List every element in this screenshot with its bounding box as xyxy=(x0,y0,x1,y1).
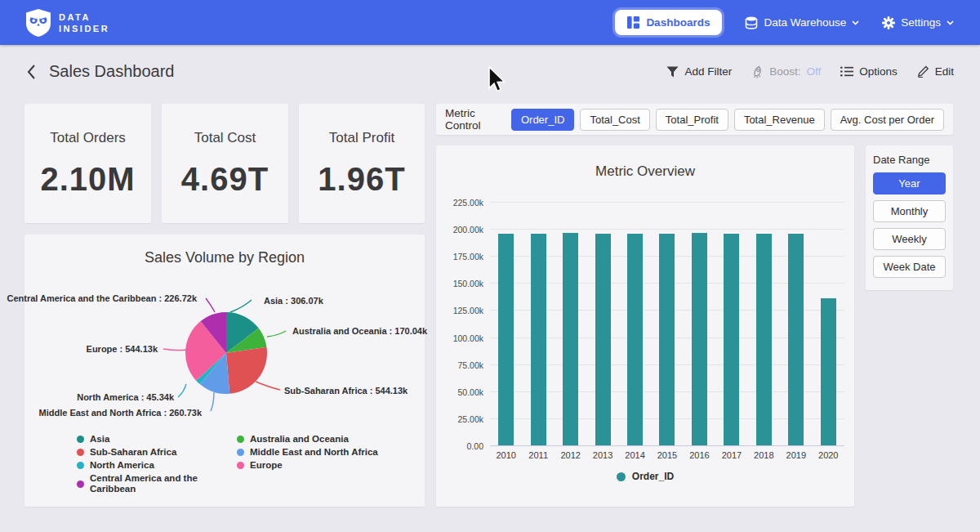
pie-leader-line xyxy=(230,300,252,312)
add-filter-button[interactable]: Add Filter xyxy=(666,65,732,78)
kpi-value: 1.96T xyxy=(318,161,405,198)
y-tick-label: 125.00k xyxy=(436,306,483,315)
x-tick-label: 2019 xyxy=(780,450,812,460)
chevron-left-icon xyxy=(26,64,36,80)
nav-data-warehouse-label: Data Warehouse xyxy=(764,16,846,29)
pie-legend-item: Central America and the Caribbean xyxy=(77,473,237,494)
kpi-label: Total Cost xyxy=(194,130,256,146)
edit-button[interactable]: Edit xyxy=(917,65,954,78)
legend-label: North America xyxy=(90,460,154,471)
metric-option-button[interactable]: Total_Cost xyxy=(580,109,649,131)
nav-settings-button[interactable]: Settings xyxy=(882,16,954,29)
x-tick-label: 2014 xyxy=(619,450,651,460)
date-range-option-button[interactable]: Weekly xyxy=(873,228,946,250)
pie-leader-line xyxy=(211,392,214,411)
legend-dot xyxy=(77,481,84,488)
nav-right: Dashboards Data Warehouse xyxy=(615,10,954,35)
legend-dot xyxy=(237,449,244,456)
nav-data-warehouse-button[interactable]: Data Warehouse xyxy=(745,16,859,29)
x-tick-label: 2017 xyxy=(715,450,747,460)
boost-label: Boost: xyxy=(769,65,800,78)
page-title: Sales Dashboard xyxy=(49,62,174,81)
pie-leader-line xyxy=(163,349,186,351)
bar xyxy=(627,234,643,445)
y-tick-label: 25.00k xyxy=(436,414,483,424)
gear-icon xyxy=(882,16,895,29)
pie-leader-line xyxy=(267,331,286,337)
metric-options: Order_IDTotal_CostTotal_ProfitTotal_Reve… xyxy=(511,109,944,131)
bars-row xyxy=(490,202,844,445)
bar-slot xyxy=(586,202,618,445)
nav-dashboards-button[interactable]: Dashboards xyxy=(615,10,722,35)
y-tick-label: 150.00k xyxy=(436,279,483,288)
bar-slot xyxy=(715,202,747,445)
pencil-icon xyxy=(917,65,929,78)
pie-leader-line xyxy=(256,382,280,390)
edit-label: Edit xyxy=(935,65,954,78)
bar xyxy=(563,233,578,445)
page-header: Sales Dashboard Add Filter Boost: Off xyxy=(0,45,980,98)
y-tick-label: 175.00k xyxy=(436,252,483,262)
bar xyxy=(498,234,514,445)
pie-legend-item: Australia and Oceania xyxy=(237,434,378,445)
x-tick-label: 2018 xyxy=(748,450,780,460)
brand-logo: DATA INSIDER xyxy=(26,9,109,37)
boost-toggle[interactable]: Boost: Off xyxy=(751,65,821,78)
y-tick-label: 200.00k xyxy=(436,225,483,235)
legend-dot xyxy=(77,462,84,469)
metric-option-button[interactable]: Total_Profit xyxy=(656,109,728,131)
pie-label: North America : 45.34k xyxy=(77,392,174,402)
date-range-option-button[interactable]: Year xyxy=(873,172,946,194)
legend-dot xyxy=(617,472,626,481)
bar xyxy=(756,234,772,445)
date-range-option-button[interactable]: Week Date xyxy=(873,256,946,278)
x-tick-label: 2020 xyxy=(813,450,844,460)
pie-leader-line xyxy=(178,384,186,397)
pie-label: Australia and Oceania : 170.04k xyxy=(292,326,427,336)
date-range-option-button[interactable]: Monthly xyxy=(873,200,946,222)
add-filter-label: Add Filter xyxy=(684,65,732,78)
pie-label: Middle East and North Africa : 260.73k xyxy=(39,408,202,418)
pie-chart-card: Sales Volume by Region Asia : 306.07kAus… xyxy=(24,235,425,507)
metric-control-label: Metric Control xyxy=(445,107,499,132)
bar-slot xyxy=(748,202,780,445)
legend-label: Middle East and North Africa xyxy=(250,447,378,458)
bar xyxy=(692,233,707,446)
pie-label: Europe : 544.13k xyxy=(87,344,158,354)
pie-label: Asia : 306.07k xyxy=(264,296,323,306)
brand-name: DATA INSIDER xyxy=(59,11,109,34)
metric-option-button[interactable]: Total_Revenue xyxy=(734,109,825,131)
bar xyxy=(821,298,836,445)
x-axis: 2010201120122013201420152016201720182019… xyxy=(490,450,844,460)
pie-legend-item: Europe xyxy=(237,460,378,471)
bar-slot xyxy=(813,202,844,445)
x-tick-label: 2012 xyxy=(555,450,586,460)
bar xyxy=(595,234,611,445)
y-tick-label: 100.00k xyxy=(436,333,483,343)
legend-dot xyxy=(77,436,84,443)
pie-chart-title: Sales Volume by Region xyxy=(24,249,425,266)
legend-dot xyxy=(237,436,244,443)
date-range-options: YearMonthlyWeeklyWeek Date xyxy=(873,172,946,278)
back-button[interactable] xyxy=(26,64,36,80)
filter-funnel-icon xyxy=(666,66,679,78)
legend-label: Asia xyxy=(90,434,109,445)
database-icon xyxy=(745,16,758,29)
y-tick-label: 225.00k xyxy=(436,198,483,208)
header-actions: Add Filter Boost: Off xyxy=(666,65,954,78)
boost-state: Off xyxy=(806,65,821,78)
metric-option-button[interactable]: Order_ID xyxy=(511,109,574,131)
app-root: DATA INSIDER Dashboards Data Warehou xyxy=(0,0,980,532)
bar-slot xyxy=(619,202,651,445)
bar-chart-card: Metric Overview 225.00k200.00k175.00k150… xyxy=(436,145,854,507)
metric-option-button[interactable]: Avg. Cost per Order xyxy=(831,109,944,131)
bar-slot xyxy=(555,202,586,445)
rocket-icon xyxy=(751,65,764,78)
pie-legend: Asia Sub-Saharan Africa North America Ce… xyxy=(77,434,378,494)
legend-label: Europe xyxy=(250,460,283,471)
x-tick-label: 2013 xyxy=(586,450,618,460)
options-button[interactable]: Options xyxy=(840,65,898,78)
gridline xyxy=(490,445,844,446)
bar-slot xyxy=(651,202,683,445)
kpi-card: Total Cost 4.69T xyxy=(162,104,288,223)
